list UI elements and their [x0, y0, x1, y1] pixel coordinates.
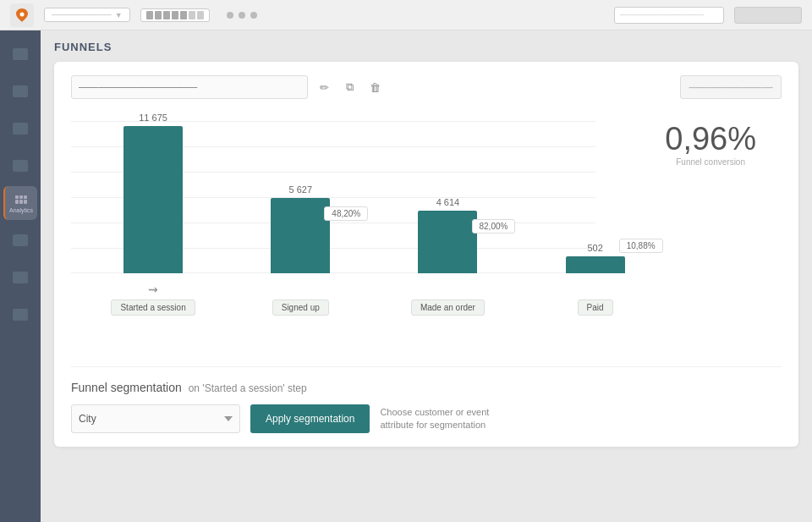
sidebar-item-home[interactable] [3, 37, 37, 71]
top-search[interactable]: ────────────── [614, 7, 724, 24]
funnel-name-input[interactable] [71, 75, 308, 99]
sidebar-item-7[interactable] [3, 261, 37, 294]
segmentation-hint: Choose customer or event attribute for s… [380, 406, 515, 432]
sidebar-item-analytics[interactable]: Analytics [3, 186, 37, 220]
top-button[interactable] [734, 7, 802, 24]
segmentation-title: Funnel segmentation on 'Started a sessio… [71, 381, 782, 394]
bar-label-3: Made an order [411, 299, 485, 316]
sidebar-item-8[interactable] [3, 298, 37, 332]
sidebar-item-users[interactable] [3, 74, 37, 108]
sidebar-item-analytics-label: Analytics [9, 207, 33, 213]
bar-group-1: 11 675 ⇝ Started a session [88, 113, 218, 273]
bar-label-group-1: ⇝ Started a session [111, 283, 195, 316]
conversion-label: Funnel conversion [665, 157, 756, 167]
filter-icon: ⇝ [148, 283, 158, 296]
chart-container: 11 675 ⇝ Started a session 5 627 48,20% [71, 113, 782, 316]
bar-label-group-4: ⇝ Paid [578, 283, 613, 316]
conversion-badge-3: 82,00% [472, 219, 516, 234]
edit-icon[interactable]: ✏ [315, 78, 333, 96]
card-toolbar: ✏ ⧉ 🗑 ────────────── [71, 75, 782, 99]
delete-icon[interactable]: 🗑 [365, 78, 384, 96]
svg-point-0 [20, 12, 25, 16]
status-dots [227, 12, 257, 19]
bar-value-2: 5 627 [288, 184, 312, 195]
bar-value-4: 502 [587, 243, 602, 253]
content-area: FUNNELS ✏ ⧉ 🗑 ────────────── [41, 30, 812, 522]
bar-group-2: 5 627 48,20% ⇝ Signed up [235, 113, 365, 273]
conversion-badge-2: 48,20% [324, 206, 368, 221]
segmentation-controls: City Country Device Browser OS Apply seg… [71, 404, 782, 433]
app-logo [10, 3, 34, 27]
sidebar-item-chart[interactable] [3, 112, 37, 146]
main-layout: Analytics FUNNELS ✏ ⧉ 🗑 ────────────── [0, 30, 812, 522]
copy-icon[interactable]: ⧉ [340, 78, 359, 96]
conversion-badge-4: 10,88% [619, 239, 663, 253]
segmentation-select[interactable]: City Country Device Browser OS [71, 404, 240, 433]
card-right-button[interactable]: ────────────── [680, 75, 782, 99]
bar-group-3: 4 614 82,00% ⇝ Made an order [382, 113, 513, 273]
funnel-conversion: 0,96% Funnel conversion [665, 121, 756, 167]
sidebar-item-settings[interactable] [3, 149, 37, 183]
bar-value-1: 11 675 [139, 113, 167, 123]
top-bar: ────────── ▼ ────────────── [0, 0, 812, 30]
segmentation-step: on 'Started a session' step [189, 382, 307, 394]
bar-3: 82,00% [418, 211, 477, 273]
bar-label-1: Started a session [111, 299, 195, 316]
bar-2: 48,20% [271, 198, 330, 273]
sidebar: Analytics [0, 30, 41, 522]
page-title: FUNNELS [54, 41, 798, 53]
bar-value-3: 4 614 [436, 197, 460, 207]
apply-segmentation-button[interactable]: Apply segmentation [250, 404, 370, 433]
bar-label-group-2: ⇝ Signed up [272, 283, 329, 316]
bar-1 [123, 126, 183, 273]
bar-label-2: Signed up [272, 299, 329, 316]
top-dropdown[interactable]: ────────── ▼ [44, 8, 130, 22]
bar-4: 10,88% [566, 256, 625, 273]
bar-label-group-3: ⇝ Made an order [411, 283, 485, 316]
bar-label-4: Paid [578, 299, 613, 316]
conversion-value: 0,96% [665, 121, 756, 157]
sidebar-item-6[interactable] [3, 223, 37, 257]
segmentation-section: Funnel segmentation on 'Started a sessio… [71, 366, 782, 433]
battery-indicator [140, 8, 210, 22]
bar-group-4: 502 10,88% ⇝ Paid [530, 113, 661, 273]
main-card: ✏ ⧉ 🗑 ────────────── [54, 62, 798, 447]
